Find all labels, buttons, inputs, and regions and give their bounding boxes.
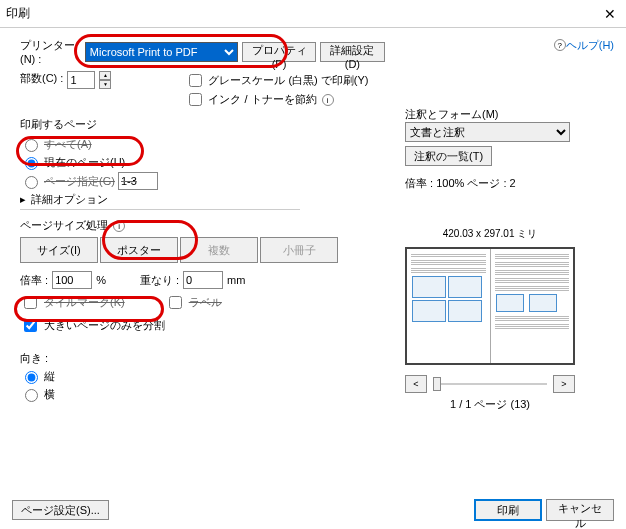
overlap-input[interactable] [183, 271, 223, 289]
landscape-label: 横 [44, 387, 55, 402]
labels-checkbox[interactable] [169, 296, 182, 309]
multiple-button[interactable]: 複数 [180, 237, 258, 263]
range-current-radio[interactable] [25, 157, 38, 170]
printer-select[interactable]: Microsoft Print to PDF [85, 42, 238, 62]
savetoner-checkbox[interactable] [189, 93, 202, 106]
annotation-list-button[interactable]: 注釈の一覧(T) [405, 146, 492, 166]
page-setup-button[interactable]: ページ設定(S)... [12, 500, 109, 520]
range-current-label: 現在のページ(U) [44, 155, 125, 170]
scale-label: 倍率 : [20, 273, 48, 288]
window-title: 印刷 [6, 5, 30, 22]
overlap-label: 重なり : [140, 273, 179, 288]
print-button[interactable]: 印刷 [474, 499, 542, 521]
range-title: 印刷するページ [20, 117, 385, 132]
preview-dimensions: 420.03 x 297.01 ミリ [405, 227, 575, 241]
size-button[interactable]: サイズ(I) [20, 237, 98, 263]
page-slider[interactable] [433, 383, 547, 385]
range-pages-input[interactable] [118, 172, 158, 190]
title-bar: 印刷 ✕ [0, 0, 626, 28]
tilemark-label: タイルマーク(K) [44, 295, 125, 310]
info-icon[interactable]: i [322, 94, 334, 106]
portrait-label: 縦 [44, 369, 55, 384]
preview-area [405, 247, 575, 365]
range-all-label: すべて(A) [44, 137, 92, 152]
booklet-button[interactable]: 小冊子 [260, 237, 338, 263]
annotations-title: 注釈とフォーム(M) [405, 107, 614, 122]
preview-info: 倍率 : 100% ページ : 2 [405, 176, 614, 191]
annotations-select[interactable]: 文書と注釈 [405, 122, 570, 142]
help-link[interactable]: ヘルプ(H) [566, 38, 614, 53]
landscape-radio[interactable] [25, 389, 38, 402]
chevron-right-icon[interactable]: ▸ [20, 193, 26, 206]
printer-label: プリンター(N) : [20, 38, 81, 65]
info-icon[interactable]: i [113, 220, 125, 232]
close-icon[interactable]: ✕ [600, 6, 620, 22]
scale-unit: % [96, 274, 106, 286]
range-pages-label: ページ指定(G) [44, 174, 115, 189]
labels-label: ラベル [189, 295, 222, 310]
prev-page-button[interactable]: < [405, 375, 427, 393]
page-count: 1 / 1 ページ (13) [405, 397, 575, 412]
cancel-button[interactable]: キャンセル [546, 499, 614, 521]
split-large-checkbox[interactable] [24, 319, 37, 332]
range-pages-radio[interactable] [25, 176, 38, 189]
copies-spinner[interactable]: ▲▼ [99, 71, 111, 89]
tilemark-checkbox[interactable] [24, 296, 37, 309]
savetoner-label: インク / トナーを節約 [208, 92, 316, 107]
advanced-button[interactable]: 詳細設定(D) [320, 42, 385, 62]
range-all-radio[interactable] [25, 139, 38, 152]
grayscale-label: グレースケール (白黒) で印刷(Y) [208, 73, 368, 88]
next-page-button[interactable]: > [553, 375, 575, 393]
orientation-title: 向き : [20, 351, 385, 366]
pagesize-title: ページサイズ処理 [20, 219, 108, 231]
poster-button[interactable]: ポスター [100, 237, 178, 263]
copies-label: 部数(C) : [20, 71, 63, 86]
split-large-label: 大きいページのみを分割 [44, 318, 165, 333]
info-icon[interactable]: ? [554, 39, 566, 51]
portrait-radio[interactable] [25, 371, 38, 384]
overlap-unit: mm [227, 274, 245, 286]
range-more-label[interactable]: 詳細オプション [31, 192, 108, 207]
scale-input[interactable] [52, 271, 92, 289]
grayscale-checkbox[interactable] [189, 74, 202, 87]
copies-input[interactable] [67, 71, 95, 89]
properties-button[interactable]: プロパティ(P) [242, 42, 316, 62]
